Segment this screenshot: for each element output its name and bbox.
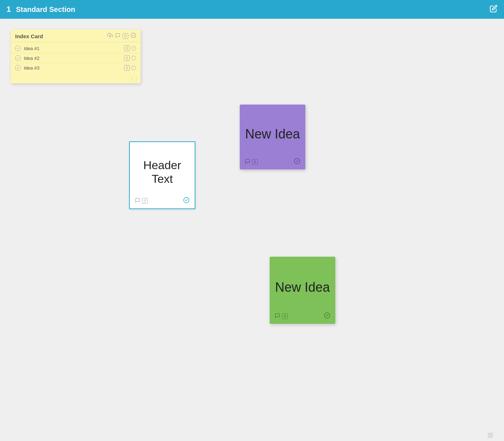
check-circle: [15, 45, 21, 51]
idea-row[interactable]: Idea #1 0: [11, 44, 141, 53]
check-circle: [15, 65, 21, 71]
index-card-header-icons: 0: [107, 32, 136, 40]
svg-rect-15: [491, 433, 492, 435]
green-sticky-note[interactable]: New Idea 0: [270, 257, 335, 324]
green-sticky-text: New Idea: [275, 263, 330, 312]
svg-rect-14: [488, 433, 490, 435]
svg-rect-16: [488, 436, 490, 437]
comment-icon[interactable]: [245, 159, 250, 165]
header-text-card[interactable]: Header Text 0: [129, 141, 195, 209]
header-badge: 0: [123, 33, 128, 39]
idea-label-3: Idea #3: [24, 65, 39, 71]
index-card-title: Index Card: [15, 33, 43, 39]
index-card-body: Idea #1 0 Idea #2 0: [11, 42, 141, 83]
purple-sticky-footer: 0: [245, 158, 300, 166]
upload-icon[interactable]: [107, 32, 113, 40]
index-card[interactable]: Index Card 0: [11, 30, 141, 83]
purple-sticky-text: New Idea: [245, 110, 300, 158]
sticky-footer-left: 0: [275, 313, 288, 319]
idea-badge-3: 0: [124, 65, 130, 71]
zoom-dots: ···: [494, 433, 500, 437]
footer-badge: 0: [142, 198, 148, 204]
idea-badge-1: 0: [124, 45, 130, 51]
idea-row-left: Idea #1: [15, 45, 39, 51]
idea-label-1: Idea #1: [24, 46, 39, 51]
canvas-area: Index Card 0: [0, 19, 504, 441]
check-icon[interactable]: [131, 32, 136, 40]
idea-row-left: Idea #2: [15, 55, 39, 61]
comment-icon[interactable]: [135, 198, 140, 204]
idea-row-right: 0: [124, 45, 136, 51]
header-text-content: Header Text: [135, 147, 190, 197]
footer-right: [183, 197, 190, 205]
sticky-footer-right: [294, 158, 300, 166]
check-circle: [15, 55, 21, 61]
idea-row-right: 0: [124, 65, 136, 71]
svg-rect-17: [491, 436, 492, 437]
sticky-footer-left: 0: [245, 159, 258, 165]
green-sticky-footer: 0: [275, 312, 330, 320]
page-wrapper: 1 Standard Section Index Card: [0, 0, 504, 441]
idea-label-2: Idea #2: [24, 56, 39, 61]
edit-icon[interactable]: [490, 5, 498, 14]
idea-row[interactable]: Idea #2 0: [11, 53, 141, 63]
index-card-header: Index Card 0: [11, 30, 141, 42]
sticky-badge: 0: [252, 159, 258, 165]
idea-badge-2: 0: [124, 55, 130, 61]
section-title: Standard Section: [16, 5, 75, 14]
section-header-left: 1 Standard Section: [6, 5, 75, 14]
idea-row-left: Idea #3: [15, 65, 39, 71]
resize-handle[interactable]: ⋮⋮: [130, 77, 138, 82]
idea-row[interactable]: Idea #3 0: [11, 63, 141, 72]
section-header: 1 Standard Section: [0, 0, 504, 19]
zoom-indicator: ···: [487, 432, 500, 438]
comment-icon[interactable]: [275, 313, 280, 319]
header-text-card-footer: 0: [135, 197, 190, 205]
sticky-footer-right: [324, 312, 330, 320]
footer-left: 0: [135, 198, 148, 204]
purple-sticky-note[interactable]: New Idea 0: [240, 105, 305, 169]
comment-icon[interactable]: [115, 33, 120, 39]
sticky-badge: 0: [282, 313, 288, 319]
section-number: 1: [6, 5, 11, 14]
idea-row-right: 0: [124, 55, 136, 61]
